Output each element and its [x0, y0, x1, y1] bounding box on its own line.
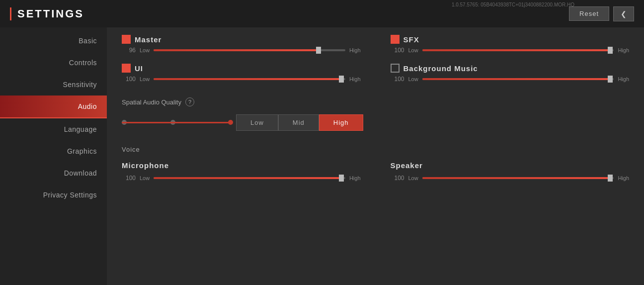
- channel-bgmusic: Background Music 100 Low High: [391, 64, 630, 83]
- bgmusic-slider-thumb[interactable]: [608, 76, 613, 83]
- bgmusic-label: Background Music: [391, 64, 630, 73]
- quality-track-container: [122, 122, 231, 123]
- spatial-audio-section-label: Spatial Audio Quality ?: [122, 97, 629, 106]
- bgmusic-slider-row: 100 Low High: [391, 76, 630, 83]
- microphone-slider-fill: [154, 177, 341, 179]
- master-slider-track[interactable]: [154, 49, 345, 51]
- voice-section: Voice Microphone 100 Low High: [122, 146, 629, 182]
- microphone-label: Microphone: [122, 161, 361, 170]
- quality-buttons: Low Mid High: [236, 114, 363, 131]
- quality-btn-high[interactable]: High: [319, 114, 363, 131]
- bgmusic-high-label: High: [618, 76, 629, 82]
- spatial-audio-help-icon[interactable]: ?: [185, 97, 194, 106]
- page-title: SETTINGS: [10, 7, 84, 20]
- sfx-slider-row: 100 Low High: [391, 47, 630, 54]
- speaker-slider-fill: [422, 177, 610, 179]
- sfx-slider-fill: [422, 49, 610, 51]
- speaker-label: Speaker: [391, 161, 630, 170]
- spatial-audio-quality-row: Low Mid High: [122, 114, 629, 131]
- sidebar-item-download[interactable]: Download: [0, 162, 107, 184]
- sidebar-item-sensitivity[interactable]: Sensitivity: [0, 74, 107, 95]
- master-low-label: Low: [140, 47, 150, 53]
- spatial-audio-label: Spatial Audio Quality: [122, 98, 181, 106]
- ui-slider-thumb[interactable]: [339, 76, 344, 83]
- header-controls: Reset ❮: [569, 6, 634, 21]
- master-color-indicator: [122, 35, 131, 44]
- version-text: 1.0.57.5765: 05B4043938TC+01j3400882200.…: [452, 2, 574, 7]
- header: SETTINGS 1.0.57.5765: 05B4043938TC+01j34…: [0, 0, 644, 27]
- voice-section-title: Voice: [122, 146, 629, 153]
- sidebar: Basic Controls Sensitivity Audio Languag…: [0, 0, 107, 285]
- speaker-value: 100: [391, 175, 404, 182]
- ui-label: UI: [122, 64, 361, 73]
- sidebar-item-privacy[interactable]: Privacy Settings: [0, 184, 107, 206]
- ui-slider-row: 100 Low High: [122, 76, 361, 83]
- sfx-high-label: High: [618, 47, 629, 53]
- channel-ui: UI 100 Low High: [122, 64, 361, 83]
- sidebar-item-basic[interactable]: Basic: [0, 30, 107, 52]
- bgmusic-slider-track[interactable]: [422, 78, 614, 80]
- sfx-label: SFX: [391, 35, 630, 44]
- master-slider-thumb[interactable]: [316, 47, 321, 54]
- sidebar-item-controls[interactable]: Controls: [0, 52, 107, 74]
- bgmusic-low-label: Low: [408, 76, 418, 82]
- channel-sfx: SFX 100 Low High: [391, 35, 630, 54]
- microphone-slider-track[interactable]: [154, 177, 345, 179]
- microphone-low-label: Low: [140, 175, 150, 181]
- sfx-low-label: Low: [408, 47, 418, 53]
- quality-line: [122, 122, 231, 123]
- sidebar-item-graphics[interactable]: Graphics: [0, 140, 107, 162]
- ui-slider-track[interactable]: [154, 78, 345, 80]
- channel-speaker: Speaker 100 Low High: [391, 161, 630, 182]
- speaker-slider-track[interactable]: [422, 177, 614, 179]
- sfx-slider-thumb[interactable]: [608, 47, 613, 54]
- sfx-title: SFX: [403, 35, 419, 44]
- main-content: Master 96 Low High SFX: [107, 0, 644, 285]
- master-title: Master: [135, 35, 161, 44]
- microphone-value: 100: [122, 175, 136, 182]
- reset-button[interactable]: Reset: [569, 6, 609, 21]
- sfx-value: 100: [391, 47, 404, 54]
- voice-channels-grid: Microphone 100 Low High Speaker: [122, 161, 629, 182]
- speaker-slider-row: 100 Low High: [391, 175, 630, 182]
- bgmusic-slider-fill: [422, 78, 610, 80]
- quality-track: [122, 122, 231, 123]
- ui-low-label: Low: [140, 76, 150, 82]
- speaker-slider-thumb[interactable]: [608, 175, 613, 182]
- quality-fill: [122, 122, 231, 123]
- master-slider-fill: [154, 49, 319, 51]
- channel-microphone: Microphone 100 Low High: [122, 161, 361, 182]
- ui-title: UI: [135, 64, 143, 73]
- ui-high-label: High: [349, 76, 361, 82]
- master-high-label: High: [349, 47, 361, 53]
- quality-btn-mid[interactable]: Mid: [278, 114, 319, 131]
- microphone-slider-row: 100 Low High: [122, 175, 361, 182]
- microphone-slider-thumb[interactable]: [339, 175, 344, 182]
- app-container: SETTINGS 1.0.57.5765: 05B4043938TC+01j34…: [0, 0, 644, 285]
- sidebar-item-language[interactable]: Language: [0, 118, 107, 140]
- sidebar-item-audio[interactable]: Audio: [0, 95, 107, 118]
- bgmusic-title: Background Music: [403, 64, 478, 73]
- sfx-slider-track[interactable]: [422, 49, 614, 51]
- master-value: 96: [122, 47, 136, 54]
- ui-value: 100: [122, 76, 136, 83]
- quality-btn-low[interactable]: Low: [236, 114, 278, 131]
- audio-channels-grid: Master 96 Low High SFX: [122, 35, 629, 83]
- channel-master: Master 96 Low High: [122, 35, 361, 54]
- bgmusic-color-indicator: [391, 64, 400, 73]
- bgmusic-value: 100: [391, 76, 404, 83]
- ui-color-indicator: [122, 64, 131, 73]
- microphone-high-label: High: [349, 175, 361, 181]
- sfx-color-indicator: [391, 35, 400, 44]
- ui-slider-fill: [154, 78, 341, 80]
- master-slider-row: 96 Low High: [122, 47, 361, 54]
- speaker-high-label: High: [618, 175, 629, 181]
- speaker-low-label: Low: [408, 175, 418, 181]
- master-label: Master: [122, 35, 361, 44]
- back-button[interactable]: ❮: [613, 6, 634, 21]
